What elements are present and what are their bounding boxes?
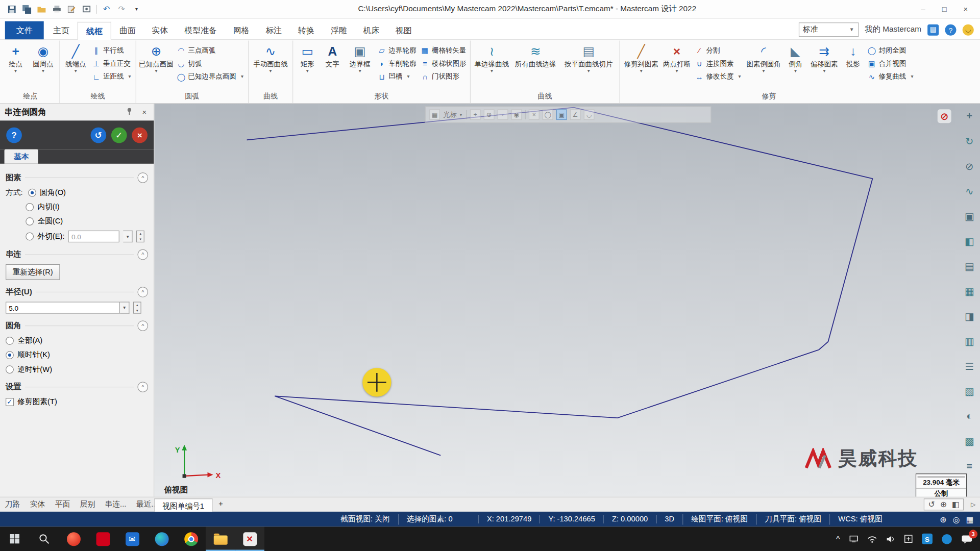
section-view-icon[interactable]: ◨ — [962, 309, 976, 323]
half-shade-icon[interactable]: ◧ — [962, 234, 976, 248]
volume-icon[interactable] — [886, 535, 895, 543]
apply-button[interactable]: ↺ — [91, 127, 107, 143]
tab-transform[interactable]: 转换 — [290, 21, 323, 40]
collapse-chevron-icon[interactable]: ^ — [137, 320, 148, 331]
ok-button[interactable]: ✓ — [111, 127, 127, 143]
undo-icon[interactable]: ↶ — [101, 4, 112, 14]
radio-fillet[interactable] — [28, 189, 36, 197]
merge-views-button[interactable]: ▣合并视图 — [866, 58, 916, 69]
tplane-status[interactable]: 刀具平面: 俯视图 — [756, 514, 829, 524]
section-header-fillet[interactable]: 圆角 ^ — [6, 320, 148, 331]
curve-one-edge-button[interactable]: ≀ 单边缘曲线 ▼ — [473, 41, 511, 74]
curve-all-edges-button[interactable]: ≋ 所有曲线边缘 — [512, 41, 559, 69]
circle-center-button[interactable]: ⊕ 已知点画圆 ▼ — [138, 41, 175, 74]
collapse-chevron-icon[interactable]: ^ — [137, 172, 148, 183]
print-icon[interactable] — [51, 4, 62, 14]
sogou-icon[interactable]: S — [922, 534, 933, 544]
ime-icon[interactable] — [904, 535, 913, 543]
chamfer-button[interactable]: ◣ 倒角 ▼ — [783, 41, 807, 74]
search-button[interactable] — [30, 527, 59, 551]
turn-profile-button[interactable]: ◗车削轮廓 — [376, 58, 418, 69]
collapse-chevron-icon[interactable]: ^ — [137, 382, 148, 392]
radio-outset[interactable] — [26, 233, 34, 241]
maximize-button[interactable]: □ — [934, 1, 955, 17]
globe-icon[interactable]: ⊕ — [940, 514, 946, 523]
curve-slice-button[interactable]: ▤ 按平面曲线切片 ▼ — [560, 41, 618, 74]
viewsheet-tab[interactable]: 视图单编号1 — [154, 498, 212, 512]
radio-clockwise[interactable] — [6, 351, 14, 359]
section-header-settings[interactable]: 设置 ^ — [6, 382, 148, 392]
join-entities-button[interactable]: ∪连接图素 — [693, 58, 744, 69]
rectangle-button[interactable]: ▭ 矩形 ▼ — [295, 41, 320, 74]
spline-tool-icon[interactable]: ∿ — [962, 184, 976, 198]
planes-grid-icon[interactable]: ▦ — [966, 514, 974, 523]
tray-expand-caret-icon[interactable]: ^ — [836, 534, 840, 544]
tab-wireframe[interactable]: 线框 — [78, 22, 111, 40]
smiley-icon[interactable]: ◡ — [963, 24, 974, 35]
expand-icon[interactable]: + — [962, 109, 976, 123]
edit-icon[interactable] — [66, 4, 77, 14]
wifi-icon[interactable] — [868, 535, 877, 543]
reselect-button[interactable]: 重新选择(R) — [6, 264, 60, 280]
cancel-button[interactable]: × — [132, 127, 148, 143]
trim-to-entities-button[interactable]: ╱ 修剪到图素 ▼ — [622, 41, 660, 74]
menu-icon[interactable]: ≡ — [962, 459, 976, 473]
help-icon[interactable]: ? — [945, 24, 956, 35]
radio-counterclockwise[interactable] — [6, 365, 14, 373]
trim-checkbox[interactable]: ✓ — [6, 398, 14, 406]
tab-basic[interactable]: 基本 — [5, 149, 38, 164]
snap-quadrant-icon[interactable]: ◯ — [543, 109, 553, 120]
snap-active-icon[interactable]: ▣ — [556, 109, 567, 120]
zoom-window-icon[interactable]: ⊘ — [962, 159, 976, 173]
taskbar-app-mastercam[interactable]: × — [235, 527, 264, 551]
tab-surfaces[interactable]: 曲面 — [111, 21, 144, 40]
radius-spinner[interactable]: ▲▼ — [133, 302, 141, 313]
tab-mesh[interactable]: 网格 — [225, 21, 258, 40]
snap-center-icon[interactable]: ⊕ — [484, 109, 495, 120]
taskbar-app-file-explorer[interactable] — [206, 527, 235, 551]
collapse-chevron-icon[interactable]: ^ — [137, 249, 148, 260]
pane-tab-planes[interactable]: 平面 — [50, 497, 75, 512]
feedback-icon[interactable]: ▤ — [927, 24, 939, 35]
rotate-view-icon[interactable]: ↻ — [962, 134, 976, 148]
pane-tab-solids[interactable]: 实体 — [25, 497, 50, 512]
wcs-status[interactable]: WCS: 俯视图 — [829, 514, 891, 524]
list-icon[interactable]: ☰ — [962, 359, 976, 373]
manual-spline-button[interactable]: ∿ 手动画曲线 ▼ — [251, 41, 290, 74]
section-header-chain[interactable]: 串连 ^ — [6, 249, 148, 260]
cursor-mode-label[interactable]: 光标▼ — [443, 110, 463, 119]
arc-tangent-button[interactable]: ◡切弧 — [175, 58, 247, 69]
silhouette-boundary-button[interactable]: ▱边界轮廓 — [376, 45, 418, 56]
account-label[interactable]: 我的 Mastercam — [865, 24, 921, 35]
graphics-viewport[interactable]: ▦ 光标▼ + ⊕ ◦ ◉ × ◯ ▣ ∠ ◡ ⊘ + ↻ ⊘ ∿ ▣ — [154, 104, 980, 496]
cube-view-icon[interactable]: ▣ — [962, 209, 976, 223]
save-all-icon[interactable] — [21, 4, 32, 14]
outset-value-input[interactable] — [68, 231, 119, 242]
taskbar-app-red-circle[interactable] — [59, 527, 88, 551]
section-header-entity[interactable]: 图素 ^ — [6, 172, 148, 183]
mesh-icon[interactable]: ▦ — [962, 284, 976, 298]
closest-line-button[interactable]: ∟近距线▼ — [90, 71, 134, 82]
tab-art[interactable]: 浮雕 — [323, 21, 355, 40]
layers-icon[interactable]: ▥ — [962, 334, 976, 348]
snap-angle-icon[interactable]: ∠ — [570, 109, 581, 120]
tab-home[interactable]: 主页 — [45, 21, 78, 40]
start-button[interactable] — [0, 527, 30, 551]
circle-edge-points-button[interactable]: ◯已知边界点画圆▼ — [175, 71, 247, 82]
redo-icon[interactable]: ↷ — [116, 4, 127, 14]
snap-midpoint-icon[interactable]: ◉ — [511, 109, 522, 120]
notification-icon[interactable]: 3 — [961, 534, 972, 544]
tab-file[interactable]: 文件 — [5, 21, 44, 40]
cplane-status[interactable]: 绘图平面: 俯视图 — [682, 514, 756, 524]
chevron-down-icon[interactable]: ▼ — [120, 302, 129, 313]
perpendicular-line-button[interactable]: ⊥垂直正交 — [90, 58, 134, 69]
raster-to-vector-button[interactable]: ▦栅格转矢量 — [419, 45, 468, 56]
open-folder-icon[interactable] — [36, 4, 47, 14]
close-button[interactable]: × — [955, 1, 976, 17]
pattern-icon[interactable]: ▩ — [962, 434, 976, 448]
pane-tab-levels[interactable]: 层别 — [75, 497, 100, 512]
line-endpoints-button[interactable]: ╱ 线端点 ▼ — [62, 41, 89, 74]
disable-selection-icon[interactable]: ⊘ — [938, 109, 951, 123]
snap-point-icon[interactable]: + — [470, 109, 481, 120]
sketch-polyline[interactable] — [247, 108, 873, 456]
